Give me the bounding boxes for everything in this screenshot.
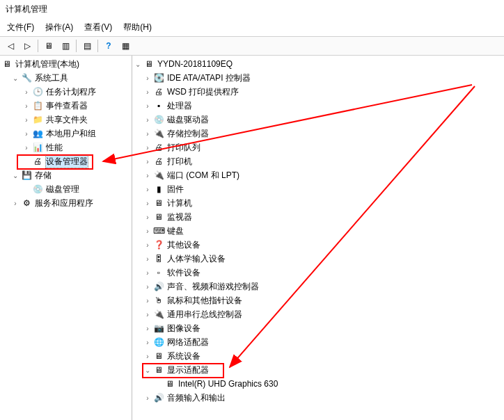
arrow-left-icon: ◁ xyxy=(8,41,14,51)
toolbar-help-button[interactable]: ? xyxy=(101,38,116,54)
tree-label: 软件设备 xyxy=(167,267,200,279)
tree-gpu[interactable]: 🖥Intel(R) UHD Graphics 630 xyxy=(132,377,504,391)
chevron-right-icon[interactable]: › xyxy=(143,241,152,249)
chevron-right-icon[interactable]: › xyxy=(143,310,152,318)
chevron-right-icon[interactable]: › xyxy=(22,102,31,110)
menu-action[interactable]: 操作(A) xyxy=(41,20,77,35)
menu-view[interactable]: 查看(V) xyxy=(80,20,116,35)
tree-label: 通用串行总线控制器 xyxy=(167,309,242,321)
storage-controller-icon: 🔌 xyxy=(153,128,164,139)
tree-disk-management[interactable]: 💿 磁盘管理 xyxy=(0,182,132,196)
tree-mouse[interactable]: ›🖱鼠标和其他指针设备 xyxy=(132,293,504,307)
imaging-icon: 📷 xyxy=(153,323,164,334)
tree-imaging[interactable]: ›📷图像设备 xyxy=(132,321,504,335)
toolbar-refresh-button[interactable]: ▦ xyxy=(118,38,133,54)
tree-hid[interactable]: ›🎛人体学输入设备 xyxy=(132,252,504,266)
chevron-down-icon[interactable]: ⌄ xyxy=(11,74,19,82)
chevron-right-icon[interactable]: › xyxy=(143,296,152,305)
chevron-right-icon[interactable]: › xyxy=(143,129,152,138)
chevron-right-icon[interactable]: › xyxy=(143,338,152,346)
chevron-right-icon[interactable]: › xyxy=(143,324,152,332)
expander-blank xyxy=(22,185,31,193)
tree-storage[interactable]: ⌄ 💾 存储 xyxy=(0,168,132,182)
toolbar-show-hide-button[interactable]: ▥ xyxy=(58,38,73,54)
tree-computer[interactable]: ›🖥计算机 xyxy=(132,196,504,210)
users-icon: 👥 xyxy=(32,128,43,139)
tree-sound[interactable]: ›🔊声音、视频和游戏控制器 xyxy=(132,280,504,293)
tree-display-adapters[interactable]: ⌄🖥显示适配器 xyxy=(132,363,504,377)
toolbar-separator xyxy=(76,40,77,52)
tree-root-device[interactable]: ⌄ 🖥 YYDN-20181109EQ xyxy=(132,57,504,71)
chevron-down-icon[interactable]: ⌄ xyxy=(143,366,152,374)
tree-monitor[interactable]: ›🖥监视器 xyxy=(132,210,504,224)
disk-drive-icon: 💿 xyxy=(153,114,164,125)
mouse-icon: 🖱 xyxy=(153,295,164,306)
chevron-right-icon[interactable]: › xyxy=(143,199,152,207)
chevron-down-icon[interactable]: ⌄ xyxy=(134,60,142,68)
tree-printer[interactable]: ›🖨打印机 xyxy=(132,154,504,168)
chevron-right-icon[interactable]: › xyxy=(143,74,152,82)
tree-audio[interactable]: ›🔊音频输入和输出 xyxy=(132,391,504,405)
tree-ports[interactable]: ›🔌端口 (COM 和 LPT) xyxy=(132,168,504,182)
tree-disk-drive[interactable]: ›💿磁盘驱动器 xyxy=(132,113,504,127)
left-tree-pane[interactable]: 🖥 计算机管理(本地) ⌄ 🔧 系统工具 › 🕒 任务计划程序 › 📋 事件查看… xyxy=(0,56,132,420)
chevron-right-icon[interactable]: › xyxy=(22,115,31,124)
tree-task-scheduler[interactable]: › 🕒 任务计划程序 xyxy=(0,85,132,99)
chevron-right-icon[interactable]: › xyxy=(22,143,31,152)
chevron-right-icon[interactable]: › xyxy=(143,88,152,96)
tree-network[interactable]: ›🌐网络适配器 xyxy=(132,335,504,349)
tree-usb[interactable]: ›🔌通用串行总线控制器 xyxy=(132,307,504,321)
chevron-right-icon[interactable]: › xyxy=(22,129,31,138)
chevron-right-icon[interactable]: › xyxy=(143,352,152,360)
tree-system-devices[interactable]: ›🖥系统设备 xyxy=(132,349,504,363)
chevron-right-icon[interactable]: › xyxy=(143,157,152,165)
tree-print-queue[interactable]: ›🖨打印队列 xyxy=(132,140,504,154)
tree-performance[interactable]: › 📊 性能 xyxy=(0,140,132,154)
tree-label: 固件 xyxy=(167,184,184,195)
chevron-right-icon[interactable]: › xyxy=(143,255,152,263)
tree-services[interactable]: › ⚙ 服务和应用程序 xyxy=(0,196,132,210)
toolbar-properties-button[interactable]: ▤ xyxy=(79,38,95,54)
tree-root-computer-management[interactable]: 🖥 计算机管理(本地) xyxy=(0,57,132,71)
software-icon: ▫ xyxy=(153,267,164,278)
chevron-right-icon[interactable]: › xyxy=(143,115,152,124)
tree-software[interactable]: ›▫软件设备 xyxy=(132,266,504,280)
tree-ide[interactable]: ›💽IDE ATA/ATAPI 控制器 xyxy=(132,71,504,85)
chevron-right-icon[interactable]: › xyxy=(143,213,152,221)
audio-io-icon: 🔊 xyxy=(153,392,164,403)
chevron-right-icon[interactable]: › xyxy=(143,171,152,179)
computer-management-icon: 🖥 xyxy=(1,58,13,70)
toolbar-up-button[interactable]: 🖥 xyxy=(41,38,56,54)
chevron-right-icon[interactable]: › xyxy=(143,227,152,235)
menu-help[interactable]: 帮助(H) xyxy=(119,20,156,35)
tree-keyboard[interactable]: ›⌨键盘 xyxy=(132,224,504,238)
tree-system-tools[interactable]: ⌄ 🔧 系统工具 xyxy=(0,71,132,85)
chevron-right-icon[interactable]: › xyxy=(143,143,152,152)
menu-file[interactable]: 文件(F) xyxy=(3,20,38,35)
chevron-right-icon[interactable]: › xyxy=(143,268,152,277)
tree-label: 声音、视频和游戏控制器 xyxy=(167,281,259,293)
chevron-right-icon[interactable]: › xyxy=(22,88,31,96)
tree-device-manager[interactable]: 🖨 设备管理器 xyxy=(0,154,132,168)
chevron-right-icon[interactable]: › xyxy=(11,199,19,207)
chevron-right-icon[interactable]: › xyxy=(143,282,152,291)
tree-cpu[interactable]: ›▪处理器 xyxy=(132,99,504,113)
chevron-down-icon[interactable]: ⌄ xyxy=(11,171,19,179)
chevron-right-icon[interactable]: › xyxy=(143,185,152,193)
tree-local-users[interactable]: › 👥 本地用户和组 xyxy=(0,127,132,140)
tree-event-viewer[interactable]: › 📋 事件查看器 xyxy=(0,99,132,113)
chevron-right-icon[interactable]: › xyxy=(143,394,152,402)
right-tree-pane[interactable]: ⌄ 🖥 YYDN-20181109EQ ›💽IDE ATA/ATAPI 控制器 … xyxy=(132,56,504,420)
tree-wsd[interactable]: ›🖨WSD 打印提供程序 xyxy=(132,85,504,99)
network-icon: 🌐 xyxy=(153,337,164,348)
tree-label: 系统设备 xyxy=(167,350,200,362)
tree-other[interactable]: ›❓其他设备 xyxy=(132,238,504,252)
tree-shared-folders[interactable]: › 📁 共享文件夹 xyxy=(0,113,132,127)
toolbar-forward-button[interactable]: ▷ xyxy=(19,38,35,54)
expander-blank xyxy=(155,380,163,388)
tree-storage-ctrl[interactable]: ›🔌存储控制器 xyxy=(132,127,504,140)
tree-label: 网络适配器 xyxy=(167,337,209,348)
tree-firmware[interactable]: ›▮固件 xyxy=(132,182,504,196)
toolbar-back-button[interactable]: ◁ xyxy=(3,38,18,54)
chevron-right-icon[interactable]: › xyxy=(143,102,152,110)
